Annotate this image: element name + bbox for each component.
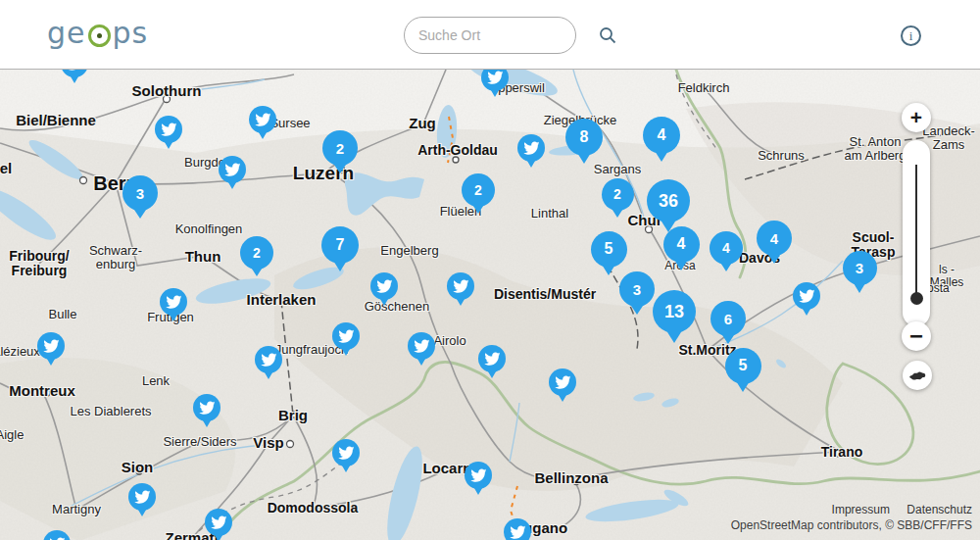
twitter-marker[interactable] xyxy=(193,394,220,421)
pin-tail xyxy=(167,310,180,321)
impressum-link[interactable]: Impressum xyxy=(832,503,890,516)
twitter-bird-icon xyxy=(799,288,815,304)
twitter-marker[interactable] xyxy=(793,282,820,310)
cluster-marker[interactable]: 13 xyxy=(653,290,696,333)
twitter-bird-icon xyxy=(224,162,241,177)
cluster-marker[interactable]: 2 xyxy=(602,178,634,211)
pin-tail xyxy=(339,344,353,356)
twitter-marker[interactable] xyxy=(255,346,282,373)
twitter-marker[interactable] xyxy=(549,368,576,396)
pin-tail xyxy=(471,483,485,495)
info-button[interactable]: i xyxy=(901,25,921,46)
cluster-count: 4 xyxy=(757,221,792,256)
map-canvas[interactable]: Biel/BienneSolothurnBernelBurgdorfKonolf… xyxy=(0,69,980,540)
cluster-count: 8 xyxy=(565,119,603,156)
cluster-marker[interactable]: 3 xyxy=(619,271,655,307)
twitter-marker[interactable] xyxy=(370,272,398,300)
twitter-marker[interactable] xyxy=(37,332,65,360)
twitter-marker[interactable] xyxy=(43,530,71,540)
twitter-marker[interactable] xyxy=(447,272,474,300)
zoom-to-switzerland-button[interactable] xyxy=(903,361,932,390)
logo-o-icon xyxy=(88,25,111,47)
twitter-marker[interactable] xyxy=(332,439,360,466)
cluster-count: 2 xyxy=(462,173,495,207)
zoom-in-button[interactable]: + xyxy=(902,103,931,132)
pin-tail xyxy=(556,390,569,402)
cluster-count: 5 xyxy=(591,231,627,268)
twitter-marker[interactable] xyxy=(160,288,187,316)
zoom-slider-knob[interactable] xyxy=(910,292,923,305)
twitter-marker[interactable] xyxy=(517,134,545,162)
pin-tail xyxy=(524,156,538,168)
cluster-marker[interactable]: 6 xyxy=(710,301,746,336)
twitter-bird-icon xyxy=(161,122,177,137)
attribution: Impressum Datenschutz OpenStreetMap cont… xyxy=(731,503,972,532)
pin-tail xyxy=(256,127,270,139)
twitter-bird-icon xyxy=(555,374,571,390)
info-icon: i xyxy=(909,28,913,44)
cluster-count: 2 xyxy=(240,236,273,270)
pin-tail xyxy=(162,137,175,149)
cluster-marker[interactable]: 8 xyxy=(565,119,603,156)
zoom-slider[interactable] xyxy=(903,140,930,326)
twitter-marker[interactable] xyxy=(128,483,156,511)
pin-tail xyxy=(377,294,391,306)
twitter-bird-icon xyxy=(199,400,216,416)
cluster-marker[interactable]: 2 xyxy=(322,130,358,166)
cluster-count: 4 xyxy=(643,117,680,154)
twitter-bird-icon xyxy=(49,536,66,540)
twitter-bird-icon xyxy=(487,70,504,85)
twitter-marker[interactable] xyxy=(504,518,531,540)
pin-tail xyxy=(339,461,353,472)
search-input[interactable] xyxy=(416,26,598,44)
twitter-marker[interactable] xyxy=(332,322,360,350)
cluster-count: 2 xyxy=(322,130,358,166)
cluster-marker[interactable]: 3 xyxy=(122,175,158,211)
pin-tail xyxy=(200,416,214,427)
twitter-bird-icon xyxy=(414,338,430,354)
twitter-marker[interactable] xyxy=(481,69,509,91)
twitter-marker[interactable] xyxy=(465,462,492,489)
cluster-count: 6 xyxy=(710,301,746,336)
twitter-bird-icon xyxy=(484,351,501,367)
twitter-bird-icon xyxy=(376,278,393,294)
twitter-marker[interactable] xyxy=(155,116,182,143)
datenschutz-link[interactable]: Datenschutz xyxy=(906,503,972,516)
twitter-bird-icon xyxy=(166,294,182,310)
cluster-marker[interactable]: 4 xyxy=(710,231,743,265)
twitter-marker[interactable] xyxy=(219,156,246,183)
pin-tail xyxy=(135,505,149,516)
logo-text-left: ge xyxy=(47,16,86,50)
cluster-count: 7 xyxy=(321,226,359,264)
zoom-out-button[interactable]: − xyxy=(902,321,931,351)
twitter-bird-icon xyxy=(338,445,355,461)
twitter-marker[interactable] xyxy=(61,69,88,77)
cluster-marker[interactable]: 3 xyxy=(843,251,877,285)
twitter-bird-icon xyxy=(510,524,526,540)
osm-attribution: OpenStreetMap contributors, © SBB/CFF/FF… xyxy=(731,518,972,532)
cluster-marker[interactable]: 2 xyxy=(240,236,273,270)
cluster-count: 13 xyxy=(653,290,696,333)
cluster-marker[interactable]: 4 xyxy=(643,117,680,154)
cluster-marker[interactable]: 36 xyxy=(647,179,690,222)
pin-tail xyxy=(800,304,813,316)
cluster-count: 3 xyxy=(843,251,877,285)
twitter-bird-icon xyxy=(523,140,540,156)
cluster-marker[interactable]: 7 xyxy=(321,226,359,264)
pin-tail xyxy=(485,367,499,378)
twitter-marker[interactable] xyxy=(205,509,232,536)
pin-tail xyxy=(225,177,239,189)
twitter-marker[interactable] xyxy=(249,106,276,133)
twitter-bird-icon xyxy=(261,352,277,368)
cluster-marker[interactable]: 2 xyxy=(462,173,495,207)
switzerland-icon xyxy=(908,369,927,382)
cluster-marker[interactable]: 5 xyxy=(591,231,627,268)
cluster-marker[interactable]: 5 xyxy=(725,348,761,384)
cluster-count: 4 xyxy=(710,231,743,265)
twitter-bird-icon xyxy=(338,328,355,344)
twitter-marker[interactable] xyxy=(408,332,435,360)
twitter-marker[interactable] xyxy=(478,345,506,372)
search-icon[interactable] xyxy=(598,25,617,45)
cluster-marker[interactable]: 4 xyxy=(757,221,792,256)
cluster-count: 5 xyxy=(725,348,761,384)
